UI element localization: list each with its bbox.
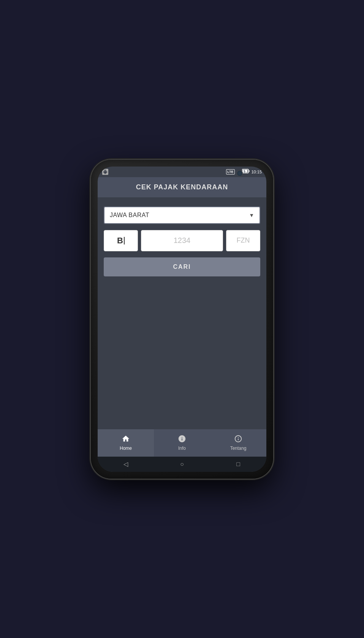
lte-badge: LTE <box>226 169 234 175</box>
main-content: JAWA BARAT ▼ B 1234 FZN <box>98 197 266 429</box>
plate-number-placeholder: 1234 <box>174 236 191 245</box>
nav-item-home[interactable]: Home <box>98 429 154 457</box>
nav-item-info[interactable]: Info <box>154 429 210 457</box>
dropdown-arrow-icon: ▼ <box>249 212 254 218</box>
province-value: JAWA BARAT <box>110 212 149 219</box>
text-cursor <box>124 237 125 244</box>
nav-label-tentang: Tentang <box>230 446 247 451</box>
nav-item-tentang[interactable]: Tentang <box>210 429 266 457</box>
app-title: CEK PAJAK KENDARAAN <box>136 183 228 191</box>
search-button[interactable]: CARI <box>104 257 260 276</box>
about-icon <box>234 435 242 444</box>
search-button-label: CARI <box>173 263 191 270</box>
plate-prefix-field[interactable]: B <box>104 230 138 251</box>
recents-button[interactable]: □ <box>231 459 246 470</box>
plate-prefix-value: B <box>117 236 123 246</box>
back-button[interactable]: ◁ <box>118 459 133 470</box>
plate-row: B 1234 FZN <box>104 230 260 251</box>
status-right: LTE ▲ 10:15 <box>226 169 262 175</box>
app-screen: LTE ▲ 10:15 CEK PA <box>98 167 266 472</box>
province-dropdown[interactable]: JAWA BARAT ▼ <box>104 206 260 224</box>
signal-icon: ▲ <box>236 169 241 175</box>
nav-label-info: Info <box>178 446 186 451</box>
svg-rect-1 <box>249 170 250 172</box>
plate-number-field[interactable]: 1234 <box>141 230 223 251</box>
app-header: CEK PAJAK KENDARAAN <box>98 177 266 197</box>
info-icon <box>178 435 186 444</box>
clock: 10:15 <box>251 170 262 174</box>
android-icon <box>102 169 108 175</box>
nav-label-home: Home <box>120 446 132 451</box>
battery-icon <box>242 169 250 175</box>
status-bar: LTE ▲ 10:15 <box>98 167 266 177</box>
home-icon <box>122 435 130 444</box>
plate-suffix-field[interactable]: FZN <box>226 230 260 251</box>
plate-suffix-placeholder: FZN <box>237 236 250 244</box>
home-button[interactable]: ○ <box>174 459 190 470</box>
phone-device: LTE ▲ 10:15 CEK PA <box>91 160 273 479</box>
system-nav: ◁ ○ □ <box>98 457 266 472</box>
bottom-nav: Home Info Tentan <box>98 429 266 457</box>
status-left <box>102 169 108 175</box>
phone-screen: LTE ▲ 10:15 CEK PA <box>98 167 266 472</box>
